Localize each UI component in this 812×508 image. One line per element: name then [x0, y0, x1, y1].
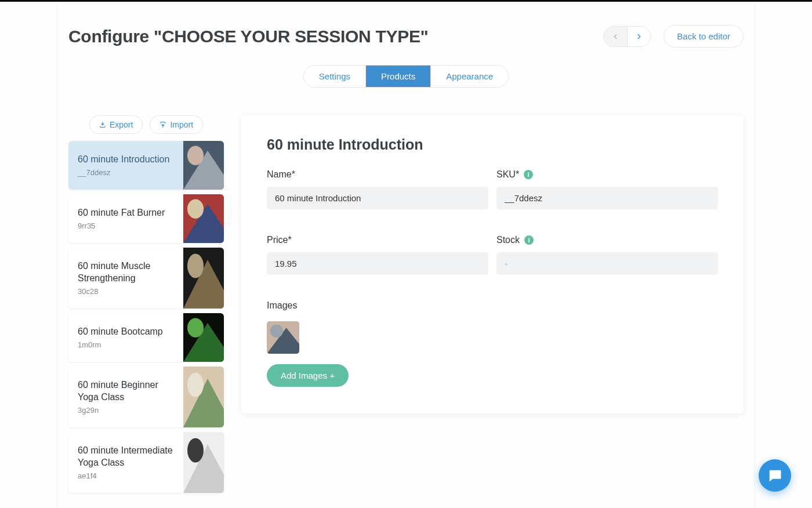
product-item[interactable]: 60 minute Muscle Strengthening 30c28 — [68, 248, 224, 309]
product-sku: 1m0rm — [78, 340, 174, 349]
svg-point-20 — [270, 325, 283, 338]
chat-icon — [767, 467, 783, 484]
product-thumbnail — [183, 141, 224, 190]
product-sku: ae1f4 — [78, 471, 174, 480]
thumb-icon — [267, 321, 299, 354]
product-thumbnail — [183, 194, 224, 243]
product-name: 60 minute Intermediate Yoga Class — [78, 445, 174, 469]
chat-widget-button[interactable] — [759, 459, 791, 492]
back-to-editor-button[interactable]: Back to editor — [664, 25, 744, 48]
arrow-left-icon — [611, 32, 619, 41]
product-sku: 30c28 — [78, 287, 174, 296]
tab-settings[interactable]: Settings — [304, 66, 365, 87]
product-sku: __7ddesz — [78, 168, 174, 177]
thumb-icon — [183, 367, 224, 427]
tab-appearance[interactable]: Appearance — [430, 66, 508, 87]
price-label: Price* — [267, 235, 488, 245]
tab-group: SettingsProductsAppearance — [303, 65, 509, 88]
thumb-icon — [183, 248, 224, 309]
name-input[interactable] — [267, 187, 488, 209]
thumb-icon — [183, 194, 224, 243]
product-thumbnail — [183, 313, 224, 362]
thumb-icon — [183, 313, 224, 362]
prev-arrow-button — [604, 27, 627, 46]
price-input[interactable] — [267, 252, 488, 275]
export-label: Export — [110, 120, 133, 129]
svg-point-14 — [187, 373, 204, 397]
import-button[interactable]: Import — [150, 115, 203, 134]
thumb-icon — [183, 141, 224, 190]
product-thumbnail — [183, 367, 224, 427]
product-item[interactable]: 60 minute Beginner Yoga Class 3g29n — [68, 367, 224, 427]
product-sidebar: Export Import 60 minute Introduction __7… — [68, 115, 224, 493]
product-thumbnail — [183, 432, 224, 493]
tab-products[interactable]: Products — [365, 66, 430, 87]
product-list: 60 minute Introduction __7ddesz 60 minut… — [68, 141, 224, 493]
arrow-right-icon — [635, 32, 643, 41]
stock-input[interactable] — [496, 252, 718, 275]
product-name: 60 minute Fat Burner — [78, 207, 174, 219]
stock-label: Stock — [496, 235, 520, 245]
name-label: Name* — [267, 169, 488, 180]
svg-point-8 — [187, 254, 204, 278]
product-sku: 9rr35 — [78, 222, 174, 230]
nav-arrow-group — [603, 26, 651, 47]
product-editor-card: 60 minute Introduction Name* SKU* i — [241, 115, 744, 413]
images-label: Images — [267, 300, 718, 311]
next-arrow-button[interactable] — [627, 27, 650, 46]
editor-heading: 60 minute Introduction — [267, 136, 718, 153]
thumb-icon — [183, 432, 224, 493]
download-icon — [99, 121, 106, 128]
import-label: Import — [170, 120, 193, 129]
svg-point-11 — [187, 318, 204, 338]
product-name: 60 minute Introduction — [78, 154, 174, 166]
page-title: Configure "CHOOSE YOUR SESSION TYPE" — [68, 27, 429, 46]
svg-point-2 — [187, 146, 204, 165]
product-image-thumb[interactable] — [267, 321, 299, 354]
info-icon[interactable]: i — [524, 235, 534, 245]
product-item[interactable]: 60 minute Introduction __7ddesz — [68, 141, 224, 190]
product-item[interactable]: 60 minute Intermediate Yoga Class ae1f4 — [68, 432, 224, 493]
product-item[interactable]: 60 minute Bootcamp 1m0rm — [68, 313, 224, 362]
product-name: 60 minute Bootcamp — [78, 326, 174, 338]
product-sku: 3g29n — [78, 406, 174, 415]
product-name: 60 minute Muscle Strengthening — [78, 260, 174, 285]
sku-label: SKU* — [496, 169, 519, 180]
product-name: 60 minute Beginner Yoga Class — [78, 379, 174, 404]
add-images-button[interactable]: Add Images + — [267, 364, 349, 387]
svg-point-5 — [187, 199, 204, 219]
svg-point-17 — [187, 438, 204, 463]
product-thumbnail — [183, 248, 224, 309]
sku-input[interactable] — [496, 187, 718, 209]
product-item[interactable]: 60 minute Fat Burner 9rr35 — [68, 194, 224, 243]
export-button[interactable]: Export — [89, 115, 143, 134]
upload-icon — [160, 121, 166, 128]
info-icon[interactable]: i — [524, 170, 533, 179]
